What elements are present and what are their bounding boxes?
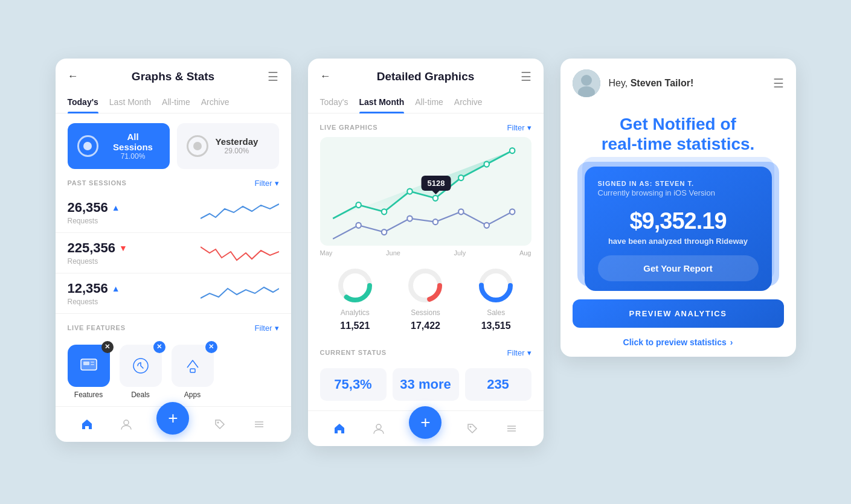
features-chip-label: Features: [74, 391, 103, 399]
donut-row: Analytics 11,521 Sessions 17,422 Sales: [308, 257, 544, 339]
screen-notifications: Hey, Steven Tailor! ☰ Get Notified of re…: [560, 59, 796, 357]
stat-label-1: Requests: [68, 257, 201, 266]
chart-svg: [320, 137, 531, 246]
fab-btn-s1[interactable]: +: [156, 402, 189, 435]
browsing-label: Currently browsing in iOS Version: [598, 188, 759, 197]
yesterday-circle: [187, 135, 208, 157]
yesterday-pct: 29.00%: [216, 147, 259, 155]
screen-detailed-graphics: ← Detailed Graphics ☰ Today's Last Month…: [308, 59, 544, 446]
stat-row-1: 225,356 ▼ Requests: [56, 233, 291, 273]
person-nav-s2[interactable]: [370, 420, 387, 437]
bottom-nav-s1: +: [56, 406, 291, 442]
main-card: SIGNED IN AS: STEVEN T. Currently browsi…: [585, 167, 772, 291]
home-nav-s2[interactable]: [331, 420, 348, 437]
preview-analytics-btn[interactable]: PREVIEW ANALYTICS: [573, 299, 784, 328]
apps-icon-svg: [182, 356, 203, 376]
menu-icon-s3[interactable]: ☰: [773, 76, 784, 91]
live-chart[interactable]: 5128: [320, 137, 531, 246]
past-sessions-header: PAST SESSIONS Filter ▾: [56, 169, 291, 193]
trend-up-0: ▲: [112, 203, 120, 212]
tab-alltime-s1[interactable]: All-time: [162, 92, 190, 113]
stat-label-2: Requests: [68, 298, 201, 306]
tab-archive-s2[interactable]: Archive: [454, 92, 483, 113]
donut-sessions-svg: [406, 266, 445, 305]
bottom-nav-s2: +: [308, 410, 544, 446]
current-status-filter[interactable]: Filter ▾: [507, 348, 531, 357]
past-sessions-filter[interactable]: Filter ▾: [255, 179, 279, 188]
svg-point-23: [484, 222, 489, 228]
svg-point-19: [381, 229, 386, 235]
svg-point-21: [432, 219, 437, 225]
svg-point-7: [217, 421, 219, 423]
deals-remove-btn[interactable]: ✕: [153, 341, 165, 353]
svg-point-11: [356, 202, 361, 208]
tag-nav-s2[interactable]: [464, 420, 481, 437]
status-value-2: 235: [487, 377, 509, 392]
person-nav-s1[interactable]: [118, 416, 135, 433]
analyzed-text: have been analyzed through Rideway: [598, 237, 759, 246]
all-sessions-btn[interactable]: All Sessions 71.00%: [68, 123, 170, 169]
features-chip-icon[interactable]: ✕: [68, 345, 110, 387]
screen2-tabs: Today's Last Month All-time Archive: [308, 92, 544, 113]
yesterday-btn[interactable]: Yesterday 29.00%: [177, 123, 279, 169]
tag-nav-s1[interactable]: [211, 416, 228, 433]
svg-point-16: [484, 161, 489, 167]
stat-value-2: 12,356: [68, 281, 108, 296]
status-card-0[interactable]: 75,3%: [320, 368, 387, 401]
svg-point-37: [581, 75, 592, 86]
screen-graphs-stats: ← Graphs & Stats ☰ Today's Last Month Al…: [56, 59, 291, 442]
menu-icon-s1[interactable]: ☰: [268, 69, 278, 84]
deals-icon-svg: [130, 356, 151, 376]
tab-archive-s1[interactable]: Archive: [201, 92, 230, 113]
tab-lastmonth-s2[interactable]: Last Month: [359, 92, 405, 113]
tab-lastmonth-s1[interactable]: Last Month: [109, 92, 151, 113]
trend-down-1: ▼: [119, 243, 127, 253]
stat-row-0: 26,356 ▲ Requests: [56, 193, 291, 233]
back-arrow-icon-s2[interactable]: ←: [320, 70, 331, 83]
signed-in-label: SIGNED IN AS: STEVEN T.: [598, 180, 759, 187]
user-avatar: [573, 69, 600, 97]
deals-chip-label: Deals: [131, 391, 150, 399]
home-nav-s1[interactable]: [79, 416, 95, 433]
live-features-header: LIVE FEATURES Filter ▾: [56, 314, 291, 337]
tab-alltime-s2[interactable]: All-time: [415, 92, 443, 113]
preview-statistics-link[interactable]: Click to preview statistics ›: [560, 328, 796, 357]
live-graphics-filter[interactable]: Filter ▾: [507, 123, 531, 132]
avatar-svg: [573, 69, 600, 97]
donut-sales: Sales 13,515: [477, 266, 515, 331]
list-nav-s2[interactable]: [503, 420, 520, 437]
amount-value: $9,352.19: [598, 208, 759, 234]
apps-chip-label: Apps: [184, 391, 201, 399]
list-nav-s1[interactable]: [251, 416, 268, 433]
features-icon-svg: [79, 356, 99, 376]
stat-label-0: Requests: [68, 217, 201, 225]
stat-rows: 26,356 ▲ Requests 225,356 ▼ Requests: [56, 193, 291, 314]
sparkline-1: [201, 241, 279, 265]
back-arrow-icon[interactable]: ←: [68, 70, 79, 83]
apps-chip-icon[interactable]: ✕: [172, 345, 214, 387]
svg-point-22: [458, 209, 463, 214]
svg-point-18: [356, 222, 361, 228]
tab-todays-s2[interactable]: Today's: [320, 92, 348, 113]
current-status-header: CURRENT STATUS Filter ▾: [308, 339, 544, 362]
apps-remove-btn[interactable]: ✕: [205, 341, 217, 353]
features-remove-btn[interactable]: ✕: [101, 341, 114, 353]
fab-btn-s2[interactable]: +: [409, 406, 442, 439]
sparkline-2: [201, 281, 279, 305]
feature-apps: ✕ Apps: [172, 345, 214, 399]
status-card-1[interactable]: 33 more: [393, 368, 459, 401]
status-value-0: 75,3%: [334, 377, 371, 392]
deals-chip-icon[interactable]: ✕: [120, 345, 162, 387]
get-report-btn[interactable]: Get Your Report: [598, 255, 759, 281]
sparkline-0: [201, 200, 279, 225]
all-sessions-label: All Sessions: [106, 132, 159, 152]
svg-point-31: [376, 424, 381, 429]
screens-container: ← Graphs & Stats ☰ Today's Last Month Al…: [56, 59, 796, 446]
donut-analytics: Analytics 11,521: [336, 266, 374, 331]
menu-icon-s2[interactable]: ☰: [521, 69, 531, 84]
status-card-2[interactable]: 235: [465, 368, 531, 401]
donut-sessions-value: 17,422: [411, 321, 440, 331]
tab-todays-s1[interactable]: Today's: [68, 92, 98, 113]
live-features-filter[interactable]: Filter ▾: [255, 324, 279, 333]
feature-chips: ✕ Features ✕: [56, 337, 291, 406]
